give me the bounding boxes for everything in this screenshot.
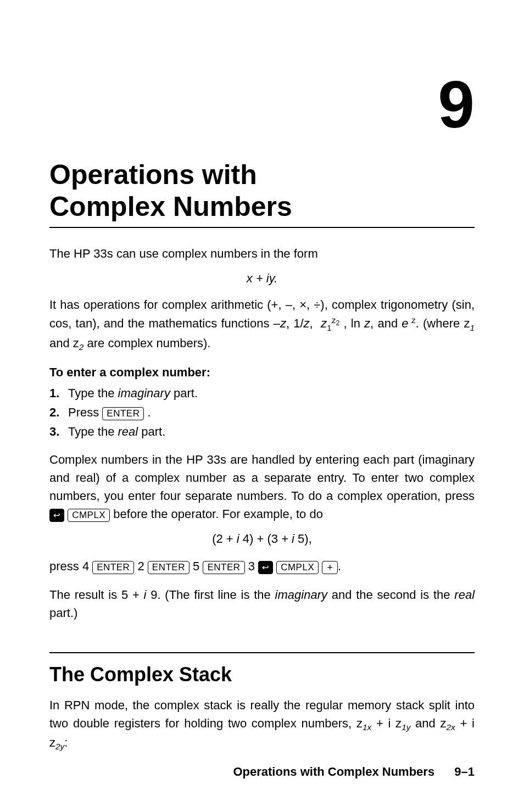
text-fragment: Press	[68, 405, 102, 419]
text-fragment: , and	[370, 316, 402, 330]
formula-x-plus-iy: x + iy.	[49, 271, 475, 286]
enter-key: ENTER	[148, 561, 189, 574]
intro-paragraph-2: It has operations for complex arithmetic…	[49, 296, 475, 353]
footer-page-number: 9–1	[454, 765, 475, 778]
enter-key: ENTER	[203, 561, 244, 574]
text-fragment: 9. (The first line is the	[150, 588, 275, 602]
chapter-title-line2: Complex Numbers	[49, 191, 292, 222]
text-fragment: ,	[310, 316, 317, 330]
shift-key-icon: ↩	[49, 509, 64, 522]
complex-operation-paragraph: Complex numbers in the HP 33s are handle…	[49, 451, 475, 523]
text-fragment: The result is 5 +	[49, 588, 144, 602]
text-fragment: and the second is the	[327, 588, 454, 602]
emphasis-imaginary: imaginary	[275, 588, 327, 602]
text-fragment: part.)	[49, 606, 77, 620]
emphasis-real: real	[454, 588, 475, 602]
enter-key: ENTER	[92, 561, 134, 574]
enter-complex-heading: To enter a complex number:	[49, 365, 475, 380]
text-fragment: :	[64, 736, 68, 749]
text-fragment: are complex numbers).	[83, 336, 210, 350]
text-fragment: It has operations for complex arithmetic…	[49, 298, 475, 330]
text-fragment: 2	[134, 559, 147, 573]
chapter-title-line1: Operations with	[49, 159, 257, 190]
cmplx-key: CMPLX	[276, 561, 319, 574]
text-fragment: and z	[410, 716, 446, 730]
text-fragment: press 4	[49, 559, 92, 573]
text-fragment: Complex numbers in the HP 33s are handle…	[49, 453, 475, 503]
formula-example: (2 + i 4) + (3 + i 5),	[49, 532, 475, 546]
page-footer: Operations with Complex Numbers 9–1	[233, 765, 475, 779]
text-fragment: 5	[189, 559, 203, 573]
complex-stack-heading: The Complex Stack	[49, 652, 475, 686]
subscript: 2x	[447, 722, 455, 732]
superscript-z: z	[409, 315, 416, 325]
text-fragment: part.	[170, 386, 198, 400]
text-fragment: .	[144, 405, 150, 419]
variable-e: e	[402, 316, 408, 330]
complex-stack-paragraph: In RPN mode, the complex stack is really…	[49, 696, 475, 753]
step-emphasis: imaginary	[118, 386, 170, 400]
text-fragment: + i z	[371, 716, 402, 730]
chapter-title: Operations with Complex Numbers	[49, 159, 475, 228]
subscript: 1x	[363, 722, 371, 732]
variable-z: z	[304, 316, 310, 330]
text-fragment: and z	[49, 336, 79, 350]
plus-key: +	[322, 561, 338, 574]
variable-i: i	[144, 588, 151, 602]
variable-z: z	[280, 316, 286, 330]
text-fragment: , ln	[339, 316, 364, 330]
steps-list: Type the imaginary part. Press ENTER . T…	[49, 384, 475, 441]
result-paragraph: The result is 5 + i 9. (The first line i…	[49, 586, 475, 622]
enter-key: ENTER	[102, 407, 144, 420]
text-fragment: Type the	[68, 386, 118, 400]
text-fragment: , 1/	[286, 316, 304, 330]
subscript: 1y	[402, 722, 410, 732]
text-fragment: before the operator. For example, to do	[110, 507, 323, 521]
cmplx-key: CMPLX	[68, 509, 110, 522]
step-2: Press ENTER .	[49, 403, 475, 421]
subscript: 2y	[55, 742, 64, 752]
footer-title: Operations with Complex Numbers	[233, 765, 434, 778]
intro-paragraph-1: The HP 33s can use complex numbers in th…	[49, 244, 475, 263]
text-fragment: . (where z	[416, 316, 470, 330]
text-fragment: .	[338, 559, 341, 573]
subscript: 1	[470, 323, 475, 332]
step-1: Type the imaginary part.	[49, 384, 475, 402]
subscript: 1	[327, 323, 332, 332]
shift-key-icon: ↩	[258, 561, 273, 574]
variable-z: z	[364, 316, 370, 330]
text-fragment: Type the	[68, 425, 118, 438]
step-3: Type the real part.	[49, 422, 475, 441]
step-emphasis: real	[118, 425, 138, 438]
chapter-number: 9	[49, 71, 475, 137]
text-fragment: 3	[245, 559, 258, 573]
text-fragment: part.	[138, 425, 165, 438]
variable-z: z	[321, 316, 327, 330]
key-sequence: press 4 ENTER 2 ENTER 5 ENTER 3 ↩ CMPLX …	[49, 556, 475, 576]
